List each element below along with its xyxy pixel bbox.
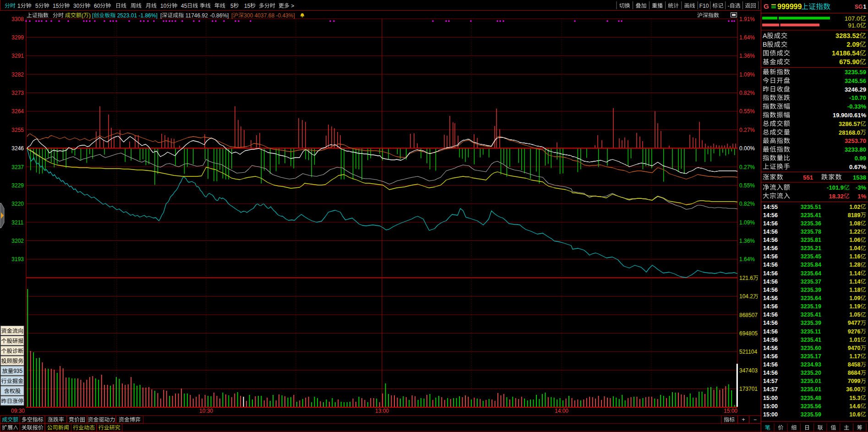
svg-text:14:56: 14:56 [763,245,778,252]
svg-text:3235.51: 3235.51 [801,204,821,210]
svg-text:30: 30 [73,3,80,9]
svg-text:15:00: 15:00 [763,403,778,410]
svg-text:1.04: 1.04 [849,245,860,252]
svg-text:14:57: 14:57 [763,378,778,384]
svg-text:9477: 9477 [848,320,861,326]
svg-text:10.6: 10.6 [849,411,860,418]
svg-text:3235.41: 3235.41 [801,212,821,219]
svg-text:3235.41: 3235.41 [801,337,821,343]
svg-text:13:00: 13:00 [375,408,389,414]
svg-text:-1.86%]: -1.86%] [138,12,157,19]
svg-text:3235.48: 3235.48 [801,395,821,401]
svg-text:3235.84: 3235.84 [801,262,821,268]
svg-text:3235.59: 3235.59 [845,69,866,76]
svg-text:1.09: 1.09 [849,295,860,301]
svg-text:3308: 3308 [11,16,24,22]
svg-text:1: 1 [863,4,867,10]
svg-text:3273: 3273 [11,90,24,96]
svg-text:0.67%: 0.67% [849,164,866,170]
svg-text:14:56: 14:56 [763,279,778,285]
svg-text:1.16: 1.16 [849,253,860,260]
svg-text:5: 5 [35,3,38,9]
svg-text:3235.37: 3235.37 [801,279,821,285]
svg-text:14:56: 14:56 [763,353,778,360]
svg-text:-3%: -3% [856,184,867,191]
svg-text:18.32: 18.32 [829,193,844,200]
svg-text:935: 935 [13,368,22,374]
svg-text:1.36%: 1.36% [739,238,755,244]
svg-text:0.27%: 0.27% [739,127,755,133]
svg-text:3282: 3282 [11,71,24,78]
svg-text:9470: 9470 [848,345,861,351]
svg-text:3234.93: 3234.93 [801,361,821,368]
svg-text:14:56: 14:56 [763,220,778,227]
svg-text:3235.17: 3235.17 [801,353,821,360]
svg-text:1.64%: 1.64% [739,34,755,41]
svg-text:1: 1 [17,3,21,9]
svg-text:3264: 3264 [11,108,24,115]
svg-text:4037.68: 4037.68 [255,12,275,19]
svg-text:3235.39: 3235.39 [801,320,821,326]
svg-text:1538: 1538 [853,174,866,181]
svg-text:3235.64: 3235.64 [801,270,821,277]
svg-text:3283.52: 3283.52 [835,32,859,39]
svg-text:-0.43%]: -0.43%] [276,12,295,19]
svg-text:14:56: 14:56 [763,328,778,335]
svg-text:3193: 3193 [11,256,24,262]
svg-text:15:00: 15:00 [763,395,778,401]
svg-text:10:30: 10:30 [199,408,213,414]
svg-text:91.0: 91.0 [848,22,860,29]
svg-text:3299: 3299 [11,34,24,41]
svg-text:3235.19: 3235.19 [801,303,821,310]
svg-text:−: − [753,416,757,423]
svg-text:15: 15 [53,3,59,9]
svg-text:8189: 8189 [848,212,861,219]
svg-text:1.06: 1.06 [849,237,860,243]
svg-text:+: + [742,416,745,423]
svg-text:19.90/0.61%: 19.90/0.61% [833,112,866,119]
svg-text:3255: 3255 [11,127,24,133]
svg-text:14:56: 14:56 [763,295,778,301]
svg-text:14186.54: 14186.54 [832,49,859,57]
svg-text:15.3: 15.3 [849,395,860,401]
svg-text:15:00: 15:00 [724,408,737,414]
svg-text:9276: 9276 [848,328,861,335]
svg-text:(: ( [82,12,83,19]
svg-text:551: 551 [803,174,813,181]
svg-text:14:56: 14:56 [763,312,778,318]
svg-text:0.00%: 0.00% [739,145,755,152]
svg-text:14:55: 14:55 [763,204,778,210]
svg-text:28168.0: 28168.0 [839,129,860,136]
svg-text:3237: 3237 [11,164,24,170]
svg-text:14:56: 14:56 [763,337,778,343]
svg-text:2523.01: 2523.01 [117,12,137,19]
svg-text:3246: 3246 [11,145,24,152]
svg-text:0.82%: 0.82% [739,90,755,96]
svg-text:SG: SG [855,4,863,10]
svg-text:3235.21: 3235.21 [801,245,821,252]
svg-text:1.91%: 1.91% [739,16,755,22]
svg-text:1.18: 1.18 [849,287,860,293]
svg-text:3235.01: 3235.01 [801,386,821,393]
svg-text:1.09%: 1.09% [739,219,755,226]
svg-text:-0.33%: -0.33% [847,103,867,110]
svg-text:104.2: 104.2 [739,293,753,300]
svg-text:36.00: 36.00 [846,386,860,393]
svg-text:14:56: 14:56 [763,303,778,310]
svg-text:1.36%: 1.36% [739,53,755,59]
svg-text:15: 15 [244,3,251,9]
svg-text:1.14: 1.14 [849,279,860,285]
svg-text:-0.86%]: -0.86%] [210,12,229,19]
svg-text:3235.64: 3235.64 [801,295,821,301]
svg-text:1.19: 1.19 [849,303,860,310]
svg-text:3211: 3211 [11,219,23,226]
svg-text:14:56: 14:56 [763,345,778,351]
svg-text:7099: 7099 [848,378,861,384]
svg-text:-10.70: -10.70 [849,94,866,101]
svg-text:0.27%: 0.27% [739,164,755,170]
svg-text:14:56: 14:56 [763,237,778,243]
svg-text:0.55%: 0.55% [739,182,755,189]
svg-text:3235.60: 3235.60 [801,345,821,351]
svg-text:300: 300 [244,12,253,19]
svg-text:09:30: 09:30 [11,408,25,414]
